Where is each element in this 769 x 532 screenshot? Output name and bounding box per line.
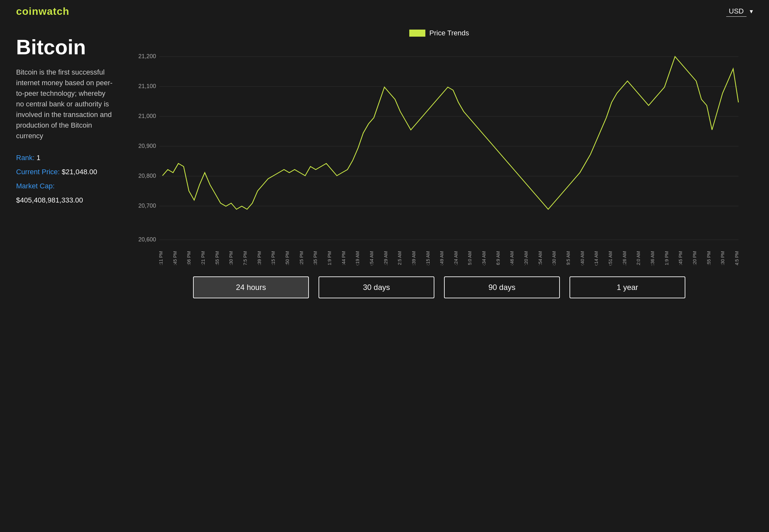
svg-text:10:14 AM: 10:14 AM bbox=[594, 251, 599, 266]
svg-text:5:55 PM: 5:55 PM bbox=[215, 251, 220, 266]
svg-text:11:9 PM: 11:9 PM bbox=[327, 251, 332, 266]
coin-description: Bitcoin is the first successful internet… bbox=[16, 67, 113, 141]
svg-text:0:19 AM: 0:19 AM bbox=[355, 251, 360, 266]
svg-text:1:9 PM: 1:9 PM bbox=[664, 251, 669, 265]
svg-text:21,100: 21,100 bbox=[138, 83, 156, 89]
svg-text:20,800: 20,800 bbox=[138, 173, 156, 179]
price-stat: Current Price: $21,048.00 bbox=[16, 165, 113, 179]
svg-text:9:40 AM: 9:40 AM bbox=[580, 251, 585, 266]
currency-dropdown[interactable]: USD EUR GBP BTC bbox=[726, 6, 746, 17]
price-chart: 21,200 21,100 21,000 20,900 20,800 20,70… bbox=[125, 41, 753, 266]
svg-text:20,700: 20,700 bbox=[138, 203, 156, 209]
svg-text:10:51 AM: 10:51 AM bbox=[608, 251, 613, 266]
legend-color-box bbox=[409, 30, 425, 37]
svg-text:11:44 PM: 11:44 PM bbox=[341, 251, 346, 266]
rank-value: 1 bbox=[37, 154, 41, 162]
svg-text:0:54 AM: 0:54 AM bbox=[369, 251, 374, 266]
chart-legend: Price Trends bbox=[125, 29, 753, 37]
coin-stats: Rank: 1 Current Price: $21,048.00 Market… bbox=[16, 151, 113, 207]
svg-text:4:5 PM: 4:5 PM bbox=[734, 251, 739, 265]
header: coinwatch USD EUR GBP BTC ▾ bbox=[0, 0, 769, 23]
price-label: Current Price: bbox=[16, 168, 60, 176]
svg-text:8:50 PM: 8:50 PM bbox=[285, 251, 290, 266]
svg-text:9:5 AM: 9:5 AM bbox=[565, 251, 571, 265]
chart-container: 21,200 21,100 21,000 20,900 20,800 20,70… bbox=[125, 41, 753, 267]
svg-text:6:9 AM: 6:9 AM bbox=[495, 251, 501, 265]
svg-text:21,000: 21,000 bbox=[138, 113, 156, 119]
svg-text:6:30 PM: 6:30 PM bbox=[229, 251, 234, 266]
main-content: Bitcoin Bitcoin is the first successful … bbox=[0, 23, 769, 305]
svg-text:5:06 PM: 5:06 PM bbox=[186, 251, 191, 266]
svg-text:12:36 AM: 12:36 AM bbox=[650, 251, 655, 266]
market-cap-stat: Market Cap: $405,408,981,333.00 bbox=[16, 179, 113, 207]
svg-text:7:39 PM: 7:39 PM bbox=[257, 251, 262, 266]
chart-area: Price Trends 21,200 21,100 21,000 20,900 bbox=[125, 29, 753, 298]
time-buttons: 24 hours 30 days 90 days 1 year bbox=[125, 276, 753, 298]
chevron-down-icon: ▾ bbox=[750, 7, 753, 15]
svg-text:10:35 PM: 10:35 PM bbox=[313, 251, 318, 266]
svg-text:1:45 PM: 1:45 PM bbox=[678, 251, 683, 266]
svg-text:20,600: 20,600 bbox=[138, 236, 156, 243]
svg-text:11:26 AM: 11:26 AM bbox=[622, 251, 627, 266]
svg-text:3:49 AM: 3:49 AM bbox=[439, 251, 444, 266]
svg-text:8:15 PM: 8:15 PM bbox=[271, 251, 276, 266]
rank-stat: Rank: 1 bbox=[16, 151, 113, 165]
market-cap-value: $405,408,981,333.00 bbox=[16, 196, 83, 204]
svg-text:3:30 PM: 3:30 PM bbox=[720, 251, 725, 266]
logo: coinwatch bbox=[16, 5, 69, 17]
price-value: $21,048.00 bbox=[62, 168, 97, 176]
svg-text:7:5 PM: 7:5 PM bbox=[243, 251, 248, 265]
svg-text:5:21 PM: 5:21 PM bbox=[201, 251, 206, 266]
svg-text:12:0 AM: 12:0 AM bbox=[636, 251, 641, 266]
svg-text:21,200: 21,200 bbox=[138, 53, 156, 59]
svg-text:1:29 AM: 1:29 AM bbox=[383, 251, 388, 266]
coin-title: Bitcoin bbox=[16, 35, 113, 59]
svg-text:7:54 AM: 7:54 AM bbox=[538, 251, 543, 266]
svg-text:5:0 AM: 5:0 AM bbox=[467, 251, 472, 265]
svg-text:5:34 AM: 5:34 AM bbox=[481, 251, 486, 266]
90days-button[interactable]: 90 days bbox=[444, 276, 560, 298]
svg-text:4:24 AM: 4:24 AM bbox=[453, 251, 458, 266]
1year-button[interactable]: 1 year bbox=[569, 276, 685, 298]
svg-text:2:20 PM: 2:20 PM bbox=[692, 251, 697, 266]
sidebar: Bitcoin Bitcoin is the first successful … bbox=[16, 29, 113, 298]
svg-text:2:5 AM: 2:5 AM bbox=[397, 251, 402, 265]
svg-text:4:45 PM: 4:45 PM bbox=[172, 251, 177, 266]
rank-label: Rank: bbox=[16, 154, 34, 162]
30days-button[interactable]: 30 days bbox=[319, 276, 434, 298]
svg-text:7:20 AM: 7:20 AM bbox=[523, 251, 529, 266]
24hours-button[interactable]: 24 hours bbox=[193, 276, 309, 298]
svg-text:8:30 AM: 8:30 AM bbox=[551, 251, 556, 266]
svg-text:2:39 AM: 2:39 AM bbox=[411, 251, 416, 266]
svg-text:2:55 PM: 2:55 PM bbox=[706, 251, 711, 266]
svg-text:9:25 PM: 9:25 PM bbox=[299, 251, 304, 266]
svg-text:4:11 PM: 4:11 PM bbox=[158, 251, 163, 266]
currency-selector[interactable]: USD EUR GBP BTC ▾ bbox=[726, 6, 753, 17]
svg-text:3:15 AM: 3:15 AM bbox=[425, 251, 430, 266]
svg-text:6:46 AM: 6:46 AM bbox=[509, 251, 514, 266]
legend-label: Price Trends bbox=[429, 29, 469, 37]
svg-text:20,900: 20,900 bbox=[138, 143, 156, 149]
market-cap-label: Market Cap: bbox=[16, 182, 55, 190]
